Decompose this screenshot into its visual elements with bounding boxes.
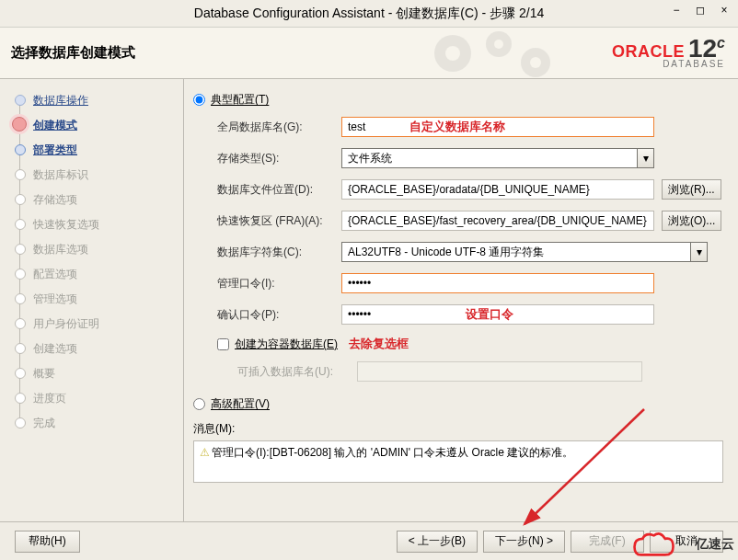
- typical-form: 全局数据库名(G): 自定义数据库名称 存储类型(S): 文件系统 ▾ 数据库文…: [217, 117, 723, 325]
- annot-password: 设置口令: [466, 306, 513, 323]
- container-db-label[interactable]: 创建为容器数据库(E): [235, 337, 338, 352]
- pluggable-label: 可插入数据库名(U):: [237, 364, 357, 380]
- watermark-logo: 亿速云: [631, 531, 734, 558]
- sidebar-step-13: 完成: [0, 411, 179, 436]
- sidebar-step-11: 概要: [0, 361, 179, 386]
- sidebar-step-5: 快速恢复选项: [0, 212, 179, 237]
- minimize-icon[interactable]: −: [668, 4, 685, 17]
- storage-type-value: 文件系统: [348, 151, 392, 166]
- browse-o-button[interactable]: 浏览(O)...: [662, 211, 721, 231]
- messages-label: 消息(M):: [193, 421, 723, 437]
- message-text: 管理口令(I):[DBT-06208] 输入的 'ADMIN' 口令未遵从 Or…: [212, 446, 573, 459]
- sidebar-step-2[interactable]: 部署类型: [0, 138, 179, 163]
- window-controls: − ◻ ×: [668, 4, 732, 17]
- global-db-label: 全局数据库名(G):: [217, 120, 341, 135]
- admin-pw-label: 管理口令(I):: [217, 276, 341, 291]
- db-file-loc-input[interactable]: [341, 179, 654, 200]
- next-button[interactable]: 下一步(N) >: [483, 531, 565, 553]
- row-db-file-loc: 数据库文件位置(D): 浏览(R)...: [217, 179, 723, 200]
- content-panel: 典型配置(T) 全局数据库名(G): 自定义数据库名称 存储类型(S): 文件系…: [184, 79, 738, 521]
- chevron-down-icon: ▾: [637, 149, 653, 167]
- row-confirm-pw: 确认口令(P): 设置口令: [217, 304, 723, 325]
- help-button[interactable]: 帮助(H): [15, 531, 80, 553]
- header-band: 选择数据库创建模式 ORACLE12c DATABASE: [0, 28, 738, 79]
- gear-bg-icon: [416, 28, 582, 79]
- product-text: DATABASE: [612, 60, 725, 69]
- close-icon[interactable]: ×: [716, 4, 732, 17]
- advanced-config-radio-row: 高级配置(V): [193, 396, 723, 412]
- main-area: 数据库操作创建模式部署类型数据库标识存储选项快速恢复选项数据库选项配置选项管理选…: [0, 79, 738, 521]
- pluggable-input: [357, 361, 642, 382]
- container-db-checkbox[interactable]: [217, 338, 229, 350]
- browse-r-button[interactable]: 浏览(R)...: [662, 179, 721, 200]
- sidebar-step-10: 创建选项: [0, 337, 179, 361]
- chevron-down-icon: ▾: [690, 243, 707, 261]
- typical-config-radio[interactable]: [193, 94, 205, 106]
- advanced-config-label[interactable]: 高级配置(V): [211, 396, 270, 412]
- annot-container: 去除复选框: [349, 336, 409, 352]
- warning-icon: ⚠: [200, 446, 210, 459]
- sidebar-step-4: 存储选项: [0, 188, 179, 212]
- fra-input[interactable]: [341, 211, 654, 231]
- row-global-db: 全局数据库名(G): 自定义数据库名称: [217, 117, 723, 137]
- back-button[interactable]: < 上一步(B): [397, 531, 478, 553]
- sidebar-step-7: 配置选项: [0, 262, 179, 287]
- row-storage-type: 存储类型(S): 文件系统 ▾: [217, 148, 723, 168]
- maximize-icon[interactable]: ◻: [692, 4, 709, 17]
- oracle-logo: ORACLE12c DATABASE: [612, 36, 725, 69]
- svg-point-3: [494, 40, 503, 49]
- row-admin-pw: 管理口令(I):: [217, 273, 723, 293]
- row-fra: 快速恢复区 (FRA)(A): 浏览(O)...: [217, 211, 723, 231]
- storage-type-select[interactable]: 文件系统 ▾: [341, 148, 654, 168]
- row-charset: 数据库字符集(C): AL32UTF8 - Unicode UTF-8 通用字符…: [217, 242, 723, 262]
- container-db-row: 创建为容器数据库(E) 去除复选框: [217, 336, 723, 352]
- titlebar: Database Configuration Assistant - 创建数据库…: [0, 0, 738, 28]
- annot-dbname: 自定义数据库名称: [409, 119, 505, 135]
- sidebar-step-6: 数据库选项: [0, 237, 179, 262]
- charset-select[interactable]: AL32UTF8 - Unicode UTF-8 通用字符集 ▾: [341, 242, 708, 262]
- svg-point-5: [530, 57, 541, 68]
- db-file-loc-label: 数据库文件位置(D):: [217, 182, 341, 198]
- typical-config-radio-row: 典型配置(T): [193, 92, 723, 108]
- sidebar-step-0[interactable]: 数据库操作: [0, 88, 179, 113]
- page-title: 选择数据库创建模式: [11, 44, 135, 62]
- pluggable-row: 可插入数据库名(U):: [237, 361, 723, 382]
- window-title: Database Configuration Assistant - 创建数据库…: [194, 6, 544, 22]
- messages-box[interactable]: ⚠管理口令(I):[DBT-06208] 输入的 'ADMIN' 口令未遵从 O…: [193, 440, 723, 483]
- charset-value: AL32UTF8 - Unicode UTF-8 通用字符集: [348, 245, 544, 260]
- admin-pw-input[interactable]: [341, 273, 654, 293]
- sidebar-step-3: 数据库标识: [0, 163, 179, 188]
- sidebar-steps: 数据库操作创建模式部署类型数据库标识存储选项快速恢复选项数据库选项配置选项管理选…: [0, 79, 184, 521]
- svg-point-1: [445, 46, 460, 61]
- brand-text: ORACLE: [612, 42, 685, 61]
- fra-label: 快速恢复区 (FRA)(A):: [217, 213, 341, 229]
- confirm-pw-label: 确认口令(P):: [217, 307, 341, 323]
- footer-buttons: 帮助(H) < 上一步(B) 下一步(N) > 完成(F) 取消: [0, 521, 738, 560]
- sidebar-step-8: 管理选项: [0, 287, 179, 312]
- typical-config-label[interactable]: 典型配置(T): [211, 92, 269, 108]
- sidebar-step-1[interactable]: 创建模式: [0, 113, 179, 138]
- charset-label: 数据库字符集(C):: [217, 245, 341, 260]
- sidebar-step-9: 用户身份证明: [0, 312, 179, 337]
- advanced-config-radio[interactable]: [193, 398, 205, 410]
- sidebar-step-12: 进度页: [0, 386, 179, 411]
- watermark-text: 亿速云: [696, 536, 734, 553]
- storage-type-label: 存储类型(S):: [217, 151, 341, 166]
